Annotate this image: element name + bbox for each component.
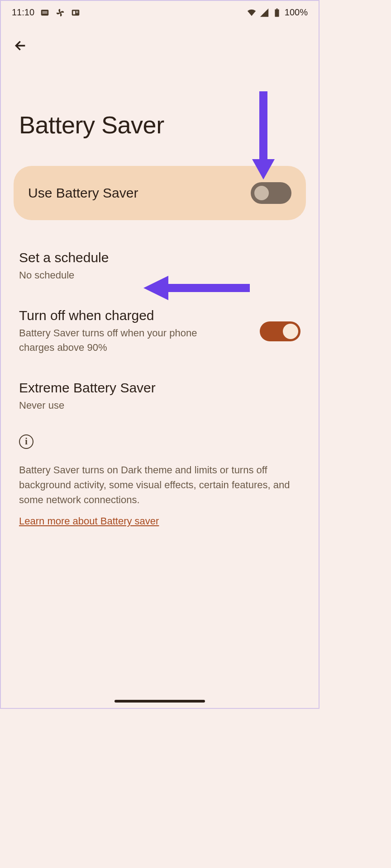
use-battery-saver-label: Use Battery Saver: [28, 185, 138, 201]
back-button[interactable]: [10, 35, 32, 57]
schedule-subtitle: No schedule: [19, 268, 218, 283]
info-section: Battery Saver turns on Dark theme and li…: [1, 425, 319, 527]
use-battery-saver-toggle[interactable]: [251, 182, 291, 204]
info-icon: [19, 434, 33, 449]
wifi-icon: [247, 8, 257, 18]
battery-percent: 100%: [285, 7, 308, 18]
turn-off-title: Turn off when charged: [19, 308, 260, 323]
turn-off-charged-toggle[interactable]: [260, 321, 300, 341]
battery-icon: [272, 8, 282, 18]
svg-rect-7: [275, 9, 279, 16]
use-battery-saver-row[interactable]: Use Battery Saver: [14, 166, 306, 220]
extreme-saver-row[interactable]: Extreme Battery Saver Never use: [1, 368, 319, 425]
status-bar: 11:10 100%: [1, 1, 319, 21]
extreme-title: Extreme Battery Saver: [19, 380, 300, 396]
pinwheel-icon: [55, 8, 65, 18]
extreme-subtitle: Never use: [19, 398, 218, 413]
svg-rect-4: [73, 11, 76, 14]
page-title: Battery Saver: [19, 111, 319, 139]
info-text: Battery Saver turns on Dark theme and li…: [19, 462, 300, 507]
svg-rect-0: [41, 9, 49, 15]
status-time: 11:10: [12, 7, 34, 18]
turn-off-subtitle: Battery Saver turns off when your phone …: [19, 326, 218, 355]
svg-rect-8: [276, 8, 278, 9]
message-icon: [40, 8, 50, 18]
svg-rect-3: [72, 9, 80, 15]
learn-more-link[interactable]: Learn more about Battery saver: [19, 515, 159, 527]
turn-off-charged-row[interactable]: Turn off when charged Battery Saver turn…: [1, 295, 319, 368]
signal-icon: [259, 8, 269, 18]
schedule-row[interactable]: Set a schedule No schedule: [1, 237, 319, 295]
schedule-title: Set a schedule: [19, 250, 300, 265]
nav-handle[interactable]: [114, 700, 205, 703]
news-icon: [71, 8, 81, 18]
